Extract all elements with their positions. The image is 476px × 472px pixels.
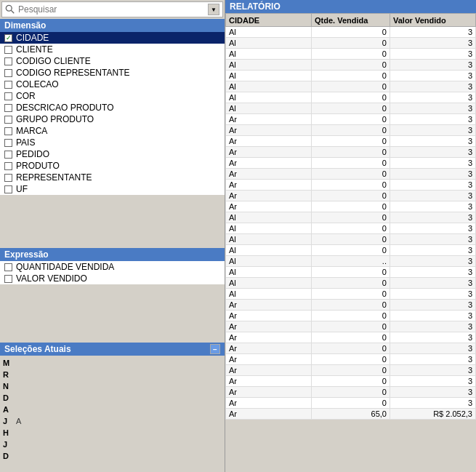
cell-valor: 3 [390,365,475,376]
cell-qtde: 0 [312,223,390,234]
cell-cidade: Al [226,71,312,81]
dimension-item[interactable]: PRODUTO [0,160,225,172]
selection-label: H [3,428,13,437]
cell-cidade: Ar [226,191,312,201]
cell-cidade: Al [226,103,312,114]
cell-cidade: Ar [226,354,312,365]
dimension-item[interactable]: UF [0,183,225,195]
dimension-label: UF [16,184,28,194]
selection-row: J [3,439,222,450]
dimension-label: MARCA [16,126,47,136]
dimension-label: CIDADE [16,33,49,43]
dimension-item[interactable]: CLIENTE [0,44,225,55]
cell-valor: 3 [390,191,475,201]
table-row: Ar03 [226,169,476,180]
selections-minus-button[interactable]: − [210,344,220,354]
dimension-item[interactable]: CODIGO CLIENTE [0,55,225,67]
dimension-label: REPRESENTANTE [16,172,92,183]
dimension-item[interactable]: COLECAO [0,79,225,90]
dimension-item[interactable]: MARCA [0,125,225,137]
table-row: Al03 [226,71,476,81]
cell-qtde: 0 [312,136,390,147]
dimension-item[interactable]: CODIGO REPRESENTANTE [0,67,225,79]
cell-qtde: 0 [312,71,390,81]
selection-row: JA [3,415,222,427]
dimension-item[interactable]: COR [0,90,225,102]
cell-valor: 3 [390,114,475,125]
selection-label: A [3,405,13,414]
table-row: Al03 [226,103,476,114]
cell-qtde: 0 [312,321,390,332]
cell-qtde: 0 [312,38,390,49]
selection-label: D [3,452,13,460]
dimension-item[interactable]: DESCRICAO PRODUTO [0,102,225,113]
col-header-cidade: CIDADE [226,14,312,27]
dimension-label: PEDIDO [16,149,49,159]
table-row: Al03 [226,81,476,92]
search-input[interactable] [18,4,208,15]
dimension-label: COLECAO [16,79,59,89]
dimension-label: CODIGO REPRESENTANTE [16,68,129,78]
table-container: CIDADE Qtde. Vendida Valor Vendido Al03A… [225,13,476,472]
cell-qtde: 0 [312,169,390,180]
expression-item[interactable]: VALOR VENDIDO [0,273,225,284]
expression-spacer [0,284,225,343]
table-row: Ar03 [226,201,476,212]
expression-label: QUANTIDADE VENDIDA [16,262,114,272]
dimension-label: PRODUTO [16,161,60,171]
table-row: Al..3 [226,256,476,267]
dimension-item[interactable]: GRUPO PRODUTO [0,113,225,125]
cell-valor: 3 [390,321,475,332]
table-row: Al03 [226,234,476,245]
cell-cidade: Ar [226,376,312,387]
dimension-item[interactable]: PAIS [0,137,225,148]
dimension-checkbox [4,81,12,89]
cell-qtde: 0 [312,27,390,38]
search-dropdown-button[interactable]: ▼ [208,4,219,15]
dimension-item[interactable]: REPRESENTANTE [0,172,225,183]
cell-qtde: 0 [312,300,390,311]
cell-cidade: Al [226,289,312,300]
dimension-item[interactable]: PEDIDO [0,148,225,160]
report-table: CIDADE Qtde. Vendida Valor Vendido Al03A… [225,13,476,420]
expression-checkbox [4,275,12,283]
cell-valor: 3 [390,332,475,343]
table-row: Ar03 [226,147,476,158]
selections-content: MRNDAJAHJD [0,356,225,472]
table-row: Ar03 [226,311,476,321]
cell-cidade: Al [226,223,312,234]
cell-qtde: .. [312,256,390,267]
cell-valor: 3 [390,27,475,38]
expression-item[interactable]: QUANTIDADE VENDIDA [0,261,225,273]
table-row: Al03 [226,92,476,103]
search-bar: ▼ [1,1,223,17]
cell-cidade: Ar [226,343,312,354]
selection-row: M [3,357,222,369]
selection-label: N [3,382,13,391]
cell-valor: 3 [390,300,475,311]
selection-label: J [3,440,13,449]
table-row: Ar65,0R$ 2.052,3 [226,409,476,420]
cell-cidade: Al [226,38,312,49]
cell-qtde: 0 [312,343,390,354]
cell-cidade: Ar [226,332,312,343]
cell-cidade: Ar [226,201,312,212]
cell-qtde: 0 [312,289,390,300]
cell-valor: 3 [390,245,475,256]
cell-valor: 3 [390,71,475,81]
cell-qtde: 0 [312,365,390,376]
dimension-checkbox [4,127,12,135]
cell-cidade: Ar [226,125,312,136]
report-header: RELATÓRIO [225,0,476,13]
expressao-header: Expressão [0,248,225,261]
right-panel: RELATÓRIO CIDADE Qtde. Vendida Valor Ven… [225,0,476,472]
table-row: Ar03 [226,387,476,398]
dimension-item[interactable]: CIDADE [0,32,225,44]
dimension-checkbox [4,57,12,65]
cell-valor: 3 [390,376,475,387]
dimension-checkbox [4,116,12,124]
table-row: Al03 [226,27,476,38]
table-row: Ar03 [226,354,476,365]
table-row: Al03 [226,49,476,60]
table-row: Ar03 [226,300,476,311]
